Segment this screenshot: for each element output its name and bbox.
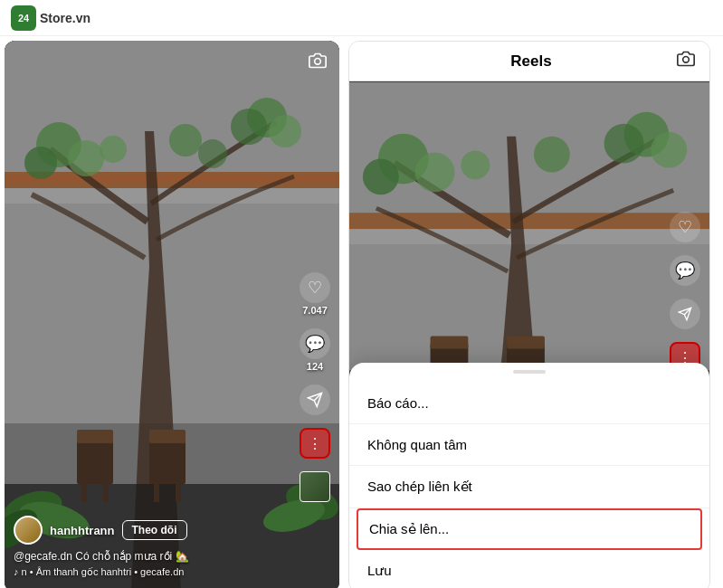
- svg-point-10: [231, 109, 267, 145]
- reels-title: Reels: [510, 52, 551, 71]
- svg-point-41: [604, 124, 644, 164]
- user-row: hanhhtrann Theo dõi: [14, 516, 330, 545]
- svg-rect-21: [154, 484, 159, 502]
- svg-rect-22: [176, 484, 181, 502]
- send-icon[interactable]: [300, 384, 330, 415]
- svg-point-43: [534, 137, 570, 173]
- sheet-item-saocheplienket[interactable]: Sao chép liên kết: [349, 466, 709, 508]
- right-send-item[interactable]: [670, 299, 700, 329]
- svg-rect-4: [5, 188, 339, 423]
- bottom-sheet: Báo cáo... Không quan tâm Sao chép liên …: [349, 363, 709, 588]
- sheet-item-khongquantam[interactable]: Không quan tâm: [349, 424, 709, 466]
- sheet-item-chiaselen[interactable]: Chia sẻ lên...: [357, 508, 702, 550]
- phone-right: Reels: [348, 41, 710, 588]
- svg-rect-20: [149, 430, 186, 443]
- svg-point-6: [68, 140, 104, 176]
- svg-point-9: [269, 115, 301, 147]
- left-camera-icon: [309, 52, 327, 74]
- phone-left: ♡ 7.047 💬 124 ⋮: [5, 41, 339, 588]
- main-content: ♡ 7.047 💬 124 ⋮: [0, 36, 723, 588]
- svg-point-40: [651, 132, 687, 168]
- heart-icon[interactable]: ♡: [300, 272, 330, 303]
- logo-text: Store.vn: [40, 11, 90, 25]
- svg-point-38: [363, 159, 399, 195]
- logo-badge: 24: [11, 5, 36, 31]
- right-camera-icon[interactable]: [677, 50, 695, 72]
- follow-button[interactable]: Theo dõi: [122, 520, 187, 540]
- like-count: 7.047: [302, 305, 328, 316]
- right-like-item[interactable]: ♡: [670, 212, 700, 242]
- comment-icon-item[interactable]: 💬 124: [300, 328, 330, 372]
- right-comment-icon[interactable]: 💬: [670, 255, 700, 286]
- left-video-bg: [5, 41, 339, 588]
- avatar: [14, 516, 43, 545]
- sheet-handle: [513, 370, 546, 374]
- username: hanhhtrann: [50, 524, 115, 537]
- svg-rect-15: [77, 439, 113, 484]
- svg-point-12: [169, 124, 202, 156]
- top-bar: 24 Store.vn: [0, 0, 723, 36]
- right-header: Reels: [349, 42, 709, 81]
- sheet-item-baocao[interactable]: Báo cáo...: [349, 383, 709, 424]
- svg-point-13: [198, 139, 227, 168]
- svg-point-28: [315, 59, 321, 65]
- svg-point-42: [461, 151, 490, 180]
- left-bottom-ui: hanhhtrann Theo dõi @gecafe.dn Có chỗ nắ…: [5, 508, 339, 588]
- logo-area: 24 Store.vn: [11, 5, 90, 31]
- send-icon-item[interactable]: [300, 384, 330, 415]
- svg-rect-46: [431, 337, 469, 349]
- right-comment-item[interactable]: 💬: [670, 255, 700, 286]
- svg-rect-17: [81, 484, 87, 502]
- svg-point-31: [683, 57, 690, 63]
- svg-point-37: [415, 153, 455, 193]
- right-send-icon[interactable]: [670, 299, 700, 329]
- more-icon-item[interactable]: ⋮: [300, 428, 330, 459]
- thumbnail-item: [300, 471, 330, 502]
- svg-rect-19: [149, 439, 186, 484]
- caption: @gecafe.dn Có chỗ nắp mưa rồi 🏡: [14, 550, 330, 563]
- video-thumbnail: [300, 471, 330, 502]
- sheet-item-luu[interactable]: Lưu: [349, 550, 709, 588]
- svg-point-11: [100, 136, 127, 163]
- share-icon-box[interactable]: ⋮: [300, 428, 330, 459]
- svg-rect-50: [507, 337, 545, 349]
- svg-point-7: [24, 147, 57, 179]
- right-heart-icon[interactable]: ♡: [670, 212, 700, 242]
- audio-info: ♪ n • Âm thanh gốc hanhtri • gecafe.dn: [14, 566, 330, 578]
- svg-rect-16: [77, 430, 113, 443]
- svg-rect-18: [103, 484, 109, 502]
- comment-count: 124: [307, 361, 323, 372]
- comment-icon[interactable]: 💬: [300, 328, 330, 359]
- left-side-icons: ♡ 7.047 💬 124 ⋮: [300, 272, 330, 502]
- like-icon-item[interactable]: ♡ 7.047: [300, 272, 330, 316]
